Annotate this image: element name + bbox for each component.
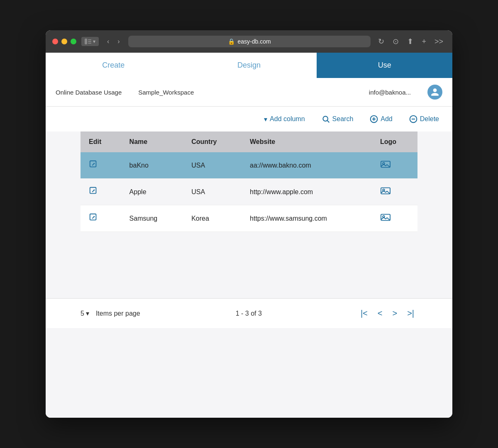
next-page-button[interactable]: > (389, 307, 400, 320)
db-name: Sample_Workspace (138, 89, 194, 96)
delete-button[interactable]: Delete (406, 113, 442, 125)
tab-create[interactable]: Create (46, 53, 181, 78)
dropdown-arrow-icon: ▾ (86, 309, 89, 317)
name-cell-2: Apple (121, 179, 183, 205)
svg-rect-11 (90, 161, 96, 167)
extensions-button[interactable]: >> (432, 36, 446, 48)
table-row: Apple USA http://www.apple.com (81, 179, 417, 205)
table-container: Edit Name Country Website Logo (81, 131, 417, 232)
svg-rect-3 (88, 43, 91, 44)
pagination-bar: 5 ▾ Items per page 1 - 3 of 3 |< < > >| (46, 298, 452, 328)
reload-button[interactable]: ↻ (376, 35, 387, 48)
browser-chrome: ▾ ‹ › 🔒 easy-db.com ↻ ⊙ ⬆ + >> (46, 30, 452, 53)
tab-bar: Create Design Use (46, 53, 452, 78)
edit-icon[interactable] (89, 214, 98, 224)
download-button[interactable]: ⊙ (390, 35, 401, 48)
tab-use[interactable]: Use (317, 53, 452, 78)
svg-rect-0 (85, 39, 87, 44)
add-icon (370, 115, 378, 123)
svg-rect-1 (88, 39, 91, 40)
workspace-label: Online Database Usage (56, 89, 122, 96)
user-email: info@baknoa... (369, 89, 411, 96)
tab-design[interactable]: Design (181, 53, 317, 78)
new-tab-button[interactable]: + (419, 36, 429, 48)
logo-icon[interactable] (380, 161, 391, 170)
add-button[interactable]: Add (366, 113, 395, 125)
forward-button[interactable]: › (114, 36, 123, 47)
chevron-down-icon: ▾ (264, 115, 267, 123)
data-table: Edit Name Country Website Logo (81, 131, 417, 232)
country-cell-2: USA (183, 179, 242, 205)
logo-icon[interactable] (380, 188, 391, 197)
items-per-page-label: Items per page (96, 310, 140, 317)
table-row: Samsung Korea https://www.samsung.com (81, 205, 417, 232)
edit-cell-3[interactable] (81, 205, 121, 232)
website-cell-3: https://www.samsung.com (242, 205, 372, 232)
lock-icon: 🔒 (228, 38, 235, 45)
edit-icon[interactable] (89, 161, 98, 170)
maximize-button[interactable] (71, 39, 76, 44)
add-column-button[interactable]: ▾ Add column (261, 114, 308, 125)
share-button[interactable]: ⬆ (405, 35, 416, 48)
col-header-logo: Logo (372, 131, 417, 152)
edit-icon[interactable] (89, 188, 98, 197)
col-header-name: Name (121, 131, 183, 152)
table-row: baKno USA aa://www.bakno.com (81, 152, 417, 179)
delete-icon (409, 115, 417, 123)
close-button[interactable] (52, 39, 58, 44)
svg-line-5 (327, 121, 329, 123)
back-button[interactable]: ‹ (104, 36, 112, 47)
traffic-lights (52, 39, 76, 44)
url-text: easy-db.com (237, 38, 271, 45)
name-cell-3: Samsung (121, 205, 183, 232)
website-cell-2: http://www.apple.com (242, 179, 372, 205)
browser-actions: ↻ ⊙ ⬆ + >> (376, 35, 446, 48)
website-cell-1: aa://www.bakno.com (242, 152, 372, 179)
items-per-page-select[interactable]: 5 ▾ (81, 309, 89, 317)
edit-cell-2[interactable] (81, 179, 121, 205)
country-cell-3: Korea (183, 205, 242, 232)
items-per-page-value: 5 (81, 310, 84, 317)
prev-page-button[interactable]: < (374, 307, 386, 320)
logo-cell-1[interactable] (372, 152, 417, 179)
user-avatar[interactable] (427, 85, 442, 100)
toolbar: ▾ Add column Search Add (46, 107, 452, 131)
logo-cell-3[interactable] (372, 205, 417, 232)
nav-buttons: ‹ › (104, 36, 123, 47)
logo-icon[interactable] (380, 214, 391, 224)
header-bar: Online Database Usage Sample_Workspace i… (46, 78, 452, 107)
table-header-row: Edit Name Country Website Logo (81, 131, 417, 152)
first-page-button[interactable]: |< (357, 307, 371, 320)
svg-rect-14 (90, 187, 96, 194)
svg-point-4 (323, 116, 328, 121)
address-bar[interactable]: 🔒 easy-db.com (128, 36, 371, 47)
edit-cell-1[interactable] (81, 152, 121, 179)
col-header-edit: Edit (81, 131, 121, 152)
sidebar-toggle-button[interactable]: ▾ (81, 37, 99, 46)
page-info: 1 - 3 of 3 (147, 310, 351, 317)
search-button[interactable]: Search (318, 113, 357, 125)
country-cell-1: USA (183, 152, 242, 179)
page-nav: |< < > >| (357, 307, 417, 320)
svg-rect-2 (88, 41, 91, 42)
search-icon (322, 115, 330, 123)
col-header-country: Country (183, 131, 242, 152)
col-header-website: Website (242, 131, 372, 152)
minimize-button[interactable] (61, 39, 67, 44)
name-cell-1: baKno (121, 152, 183, 179)
browser-window: ▾ ‹ › 🔒 easy-db.com ↻ ⊙ ⬆ + >> Create De… (46, 30, 452, 418)
last-page-button[interactable]: >| (404, 307, 417, 320)
app-content: Create Design Use Online Database Usage … (46, 53, 452, 418)
svg-rect-17 (90, 214, 96, 220)
logo-cell-2[interactable] (372, 179, 417, 205)
